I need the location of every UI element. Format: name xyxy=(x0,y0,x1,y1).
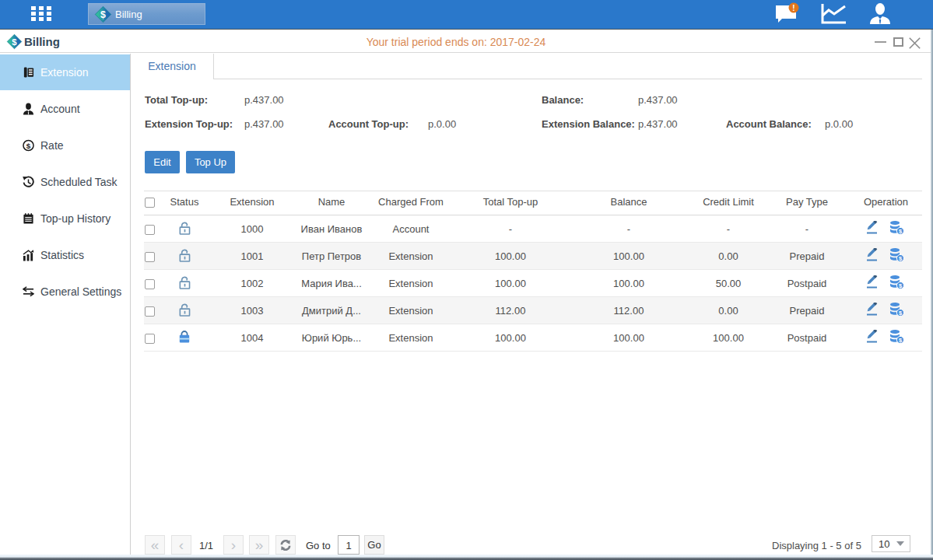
svg-text:$: $ xyxy=(100,9,106,19)
svg-text:!: ! xyxy=(792,4,794,12)
svg-text:$: $ xyxy=(26,142,31,150)
